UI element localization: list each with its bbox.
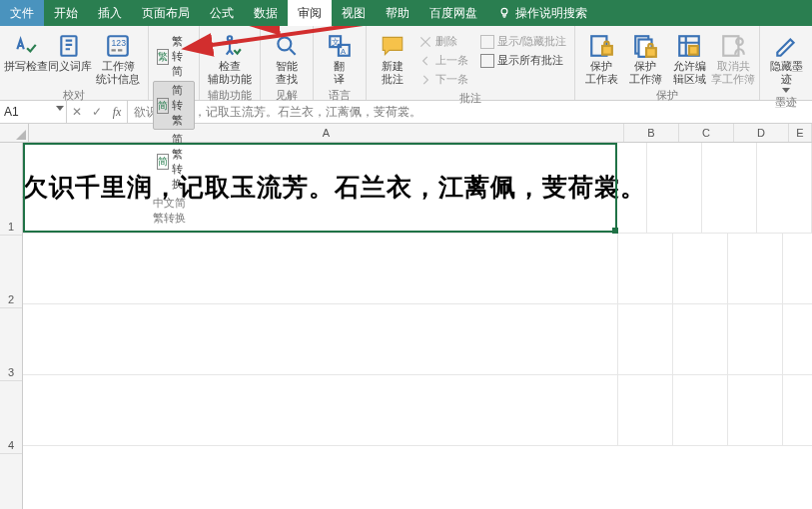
select-all-corner[interactable] <box>0 124 29 142</box>
spellcheck-button[interactable]: 拼写检查 <box>4 28 48 73</box>
svg-rect-14 <box>646 48 656 57</box>
protect-sheet-button[interactable]: 保护 工作表 <box>579 28 623 86</box>
cells-area[interactable]: 欠识千里润，记取玉流芳。石兰衣，江蓠佩，芰荷裳。 <box>23 143 812 509</box>
show-all-comments-button[interactable]: 显示所有批注 <box>476 51 570 70</box>
cell-B2[interactable] <box>618 234 673 303</box>
cell-B1[interactable] <box>647 143 702 233</box>
group-label-insights: 见解 <box>276 86 298 105</box>
col-header-A[interactable]: A <box>29 124 624 142</box>
cell-C4[interactable] <box>673 375 728 445</box>
cell-A4[interactable] <box>23 375 618 445</box>
cell-E4[interactable] <box>783 375 812 445</box>
allow-edit-icon <box>676 33 702 59</box>
svg-text:123: 123 <box>112 38 127 48</box>
accessibility-icon <box>217 33 243 59</box>
hide-ink-button[interactable]: 隐藏墨 迹 <box>764 28 808 93</box>
simp-to-trad-button[interactable]: 简简转繁 <box>153 81 195 130</box>
col-header-B[interactable]: B <box>624 124 679 142</box>
spellcheck-icon <box>13 33 39 59</box>
cell-D4[interactable] <box>728 375 783 445</box>
row-header-4[interactable]: 4 <box>0 381 22 454</box>
fx-button[interactable]: fx <box>107 105 127 120</box>
menu-home[interactable]: 开始 <box>44 0 88 26</box>
svg-text:文: 文 <box>332 38 340 47</box>
svg-rect-11 <box>602 46 612 55</box>
cell-A1[interactable]: 欠识千里润，记取玉流芳。石兰衣，江蓠佩，芰荷裳。 <box>23 143 647 233</box>
new-comment-button[interactable]: 新建 批注 <box>371 28 414 86</box>
menu-layout[interactable]: 页面布局 <box>132 0 200 26</box>
next-icon <box>418 73 432 87</box>
cell-B4[interactable] <box>618 375 673 445</box>
prev-icon <box>418 54 432 68</box>
row-header-2[interactable]: 2 <box>0 236 22 308</box>
ribbon-group-insights: 智能 查找 见解 <box>261 26 314 100</box>
col-header-D[interactable]: D <box>734 124 789 142</box>
ribbon-group-protect: 保护 工作表 保护 工作簿 允许编 辑区域 取消共 享工作簿 保护 <box>575 26 760 100</box>
cell-B3[interactable] <box>618 304 673 374</box>
row-header-3[interactable]: 3 <box>0 308 22 381</box>
row-header-1[interactable]: 1 <box>0 143 22 236</box>
unshare-icon <box>720 33 746 59</box>
menu-baidu[interactable]: 百度网盘 <box>419 0 487 26</box>
group-label-language: 语言 <box>329 86 351 105</box>
protect-sheet-icon <box>588 33 614 59</box>
menu-review[interactable]: 审阅 <box>288 0 332 26</box>
checkbox-icon <box>480 54 494 68</box>
next-label: 下一条 <box>435 72 468 87</box>
cell-C1[interactable] <box>702 143 757 233</box>
prev-label: 上一条 <box>435 53 468 68</box>
protect-sheet-label: 保护 工作表 <box>585 60 618 86</box>
cell-C3[interactable] <box>673 304 728 374</box>
smart-lookup-button[interactable]: 智能 查找 <box>265 28 309 86</box>
enter-formula-button: ✓ <box>87 105 107 119</box>
tell-me-search[interactable]: 操作说明搜索 <box>487 0 597 26</box>
svg-text:A: A <box>341 47 347 56</box>
spellcheck-label: 拼写检查 <box>4 60 48 73</box>
cell-E3[interactable] <box>783 304 812 374</box>
smart-lookup-icon <box>274 33 300 59</box>
trad-to-simp-button[interactable]: 繁繁转简 <box>153 32 195 81</box>
menu-file[interactable]: 文件 <box>0 0 44 26</box>
cell-D3[interactable] <box>728 304 783 374</box>
protect-workbook-label: 保护 工作簿 <box>629 60 662 86</box>
thesaurus-label: 同义词库 <box>48 60 92 73</box>
svg-point-4 <box>228 36 232 40</box>
translate-button[interactable]: 文A 翻 译 <box>318 28 362 86</box>
ribbon-group-chinese-conversion: 繁繁转简 简简转繁 简简繁转换 中文简繁转换 <box>149 26 200 100</box>
hide-ink-label: 隐藏墨 迹 <box>770 60 803 86</box>
menu-formula[interactable]: 公式 <box>200 0 244 26</box>
menu-help[interactable]: 帮助 <box>376 0 419 26</box>
menu-view[interactable]: 视图 <box>332 0 376 26</box>
col-header-E[interactable]: E <box>789 124 812 142</box>
protect-workbook-button[interactable]: 保护 工作簿 <box>623 28 667 86</box>
delete-icon <box>418 35 432 49</box>
menu-data[interactable]: 数据 <box>244 0 288 26</box>
ink-icon <box>773 33 799 59</box>
workbook-stats-label: 工作簿 统计信息 <box>96 60 140 86</box>
cell-E2[interactable] <box>783 234 812 303</box>
col-header-C[interactable]: C <box>679 124 734 142</box>
check-accessibility-button[interactable]: 检查 辅助功能 <box>204 28 256 86</box>
workbook-stats-button[interactable]: 123 工作簿 统计信息 <box>92 28 144 86</box>
checkbox-icon <box>480 35 494 49</box>
chevron-down-icon[interactable] <box>56 106 64 111</box>
show-hide-comment-button: 显示/隐藏批注 <box>476 32 570 51</box>
svg-point-5 <box>278 37 291 50</box>
menu-insert[interactable]: 插入 <box>88 0 132 26</box>
allow-edit-ranges-button[interactable]: 允许编 辑区域 <box>667 28 711 86</box>
ribbon-group-accessibility: 检查 辅助功能 辅助功能 <box>200 26 261 100</box>
cell-C2[interactable] <box>673 234 728 303</box>
cell-D2[interactable] <box>728 234 783 303</box>
cancel-formula-button: ✕ <box>67 105 87 119</box>
thesaurus-button[interactable]: 同义词库 <box>48 28 92 73</box>
next-comment-button: 下一条 <box>414 70 472 89</box>
cell-A3[interactable] <box>23 304 618 374</box>
ribbon: 拼写检查 同义词库 123 工作簿 统计信息 校对 繁繁转简 简简转繁 简简繁转… <box>0 26 812 101</box>
name-box[interactable]: A1 <box>0 101 67 123</box>
check-accessibility-label: 检查 辅助功能 <box>208 60 252 86</box>
cell-D1[interactable] <box>757 143 812 233</box>
unshare-label: 取消共 享工作簿 <box>711 60 755 86</box>
group-label-accessibility: 辅助功能 <box>208 86 252 105</box>
formula-bar: A1 ✕ ✓ fx 欲识千里润，记取玉流芳。石兰衣，江蓠佩，芰荷裳。 <box>0 101 812 124</box>
cell-A2[interactable] <box>23 234 618 303</box>
